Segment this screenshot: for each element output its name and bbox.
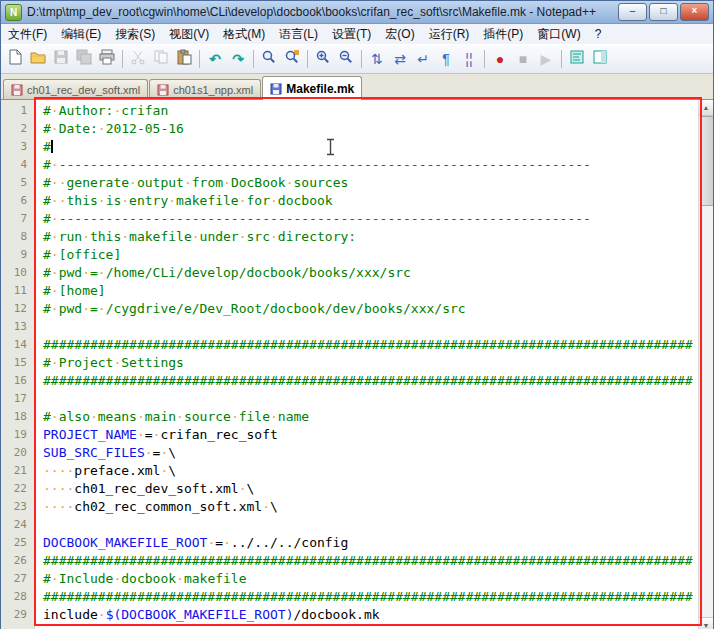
maximize-button[interactable]: □ — [649, 3, 678, 21]
line-number[interactable]: 25 — [1, 534, 34, 552]
code-line[interactable]: #·also·means·main·source·file·name — [43, 408, 713, 426]
line-number[interactable]: 7 — [1, 210, 34, 228]
code-line[interactable]: ########################################… — [43, 372, 713, 390]
vertical-scrollbar[interactable]: ▲ ▼ — [698, 100, 713, 629]
doc-map-button[interactable] — [589, 48, 611, 70]
code-line[interactable] — [43, 390, 713, 408]
show-all-chars-button[interactable]: ¶ — [435, 48, 457, 70]
code-line[interactable]: ····ch01_rec_dev_soft.xml·\ — [43, 480, 713, 498]
code-line[interactable]: #·Date:·2012-05-16 — [43, 120, 713, 138]
line-number[interactable]: 6 — [1, 192, 34, 210]
redo-button[interactable]: ↷ — [227, 48, 249, 70]
code-line[interactable]: ########################################… — [43, 552, 713, 570]
menu-item-11[interactable]: ? — [588, 25, 609, 43]
line-number[interactable]: 8 — [1, 228, 34, 246]
line-number[interactable]: 5 — [1, 174, 34, 192]
menu-item-2[interactable]: 搜索(S) — [108, 24, 162, 45]
menu-item-6[interactable]: 设置(T) — [325, 24, 378, 45]
code-line[interactable]: PROJECT_NAME·=·crifan_rec_soft — [43, 426, 713, 444]
code-line[interactable]: # — [43, 138, 713, 156]
scrollbar-thumb[interactable] — [700, 116, 713, 206]
line-number[interactable]: 9 — [1, 246, 34, 264]
zoom-out-button[interactable] — [335, 48, 357, 70]
menu-item-8[interactable]: 运行(R) — [422, 24, 477, 45]
line-number[interactable]: 4 — [1, 156, 34, 174]
scroll-down-icon[interactable]: ▼ — [699, 617, 713, 629]
line-number[interactable]: 2 — [1, 120, 34, 138]
scroll-up-icon[interactable]: ▲ — [699, 100, 713, 116]
undo-button[interactable]: ↶ — [204, 48, 226, 70]
open-folder-button[interactable] — [27, 48, 49, 70]
line-number[interactable]: 22 — [1, 480, 34, 498]
line-number[interactable]: 14 — [1, 336, 34, 354]
minimize-button[interactable]: – — [618, 3, 647, 21]
line-number[interactable]: 10 — [1, 264, 34, 282]
line-number[interactable]: 28 — [1, 588, 34, 606]
line-number[interactable]: 12 — [1, 300, 34, 318]
code-line[interactable]: #··generate·output·from·DocBook·sources — [43, 174, 713, 192]
line-number[interactable]: 29 — [1, 606, 34, 624]
play-macro-button[interactable]: ▶ — [535, 48, 557, 70]
line-number[interactable]: 15 — [1, 354, 34, 372]
code-line[interactable]: #·[home] — [43, 282, 713, 300]
code-line[interactable] — [43, 318, 713, 336]
paste-button[interactable] — [173, 48, 195, 70]
code-line[interactable]: DOCBOOK_MAKEFILE_ROOT·=·../../../config — [43, 534, 713, 552]
editor[interactable]: 1234567891011121314151617181920212223242… — [1, 100, 713, 629]
line-number[interactable]: 26 — [1, 552, 34, 570]
record-macro-button[interactable]: ● — [489, 48, 511, 70]
code-line[interactable] — [43, 516, 713, 534]
save-all-button[interactable] — [73, 48, 95, 70]
code-line[interactable]: ····ch02_rec_common_soft.xml·\ — [43, 498, 713, 516]
menu-item-4[interactable]: 格式(M) — [216, 24, 272, 45]
sync-horizontal-button[interactable]: ⇄ — [389, 48, 411, 70]
line-number[interactable]: 17 — [1, 390, 34, 408]
code-line[interactable]: #·--------------------------------------… — [43, 156, 713, 174]
line-number[interactable]: 23 — [1, 498, 34, 516]
line-number[interactable]: 11 — [1, 282, 34, 300]
code-line[interactable]: include·$(DOCBOOK_MAKEFILE_ROOT)/docbook… — [43, 606, 713, 624]
code-area[interactable]: #·Author:·crifan#·Date:·2012-05-16##·---… — [35, 100, 713, 629]
copy-button[interactable] — [150, 48, 172, 70]
editor-tab-1[interactable]: ch01s1_npp.xml — [149, 79, 261, 99]
code-line[interactable]: ····preface.xml·\ — [43, 462, 713, 480]
code-line[interactable]: ########################################… — [43, 336, 713, 354]
code-line[interactable]: #·--------------------------------------… — [43, 210, 713, 228]
print-button[interactable] — [96, 48, 118, 70]
code-line[interactable]: SUB_SRC_FILES·=·\ — [43, 444, 713, 462]
line-number[interactable]: 27 — [1, 570, 34, 588]
menu-item-9[interactable]: 插件(P) — [476, 24, 530, 45]
line-number[interactable]: 13 — [1, 318, 34, 336]
code-line[interactable]: #·pwd·=·/home/CLi/develop/docbook/books/… — [43, 264, 713, 282]
code-line[interactable]: #·[office] — [43, 246, 713, 264]
code-line[interactable]: #·Project·Settings — [43, 354, 713, 372]
code-line[interactable]: #·run·this·makefile·under·src·directory: — [43, 228, 713, 246]
menu-item-3[interactable]: 视图(V) — [162, 24, 216, 45]
indent-guide-button[interactable]: ¦¦ — [458, 48, 480, 70]
sync-vertical-button[interactable]: ⇅ — [366, 48, 388, 70]
line-number-gutter[interactable]: 1234567891011121314151617181920212223242… — [1, 100, 35, 629]
line-number[interactable]: 20 — [1, 444, 34, 462]
menu-item-0[interactable]: 文件(F) — [1, 24, 54, 45]
line-number[interactable]: 1 — [1, 102, 34, 120]
line-number[interactable]: 24 — [1, 516, 34, 534]
line-number[interactable]: 18 — [1, 408, 34, 426]
editor-tab-0[interactable]: ch01_rec_dev_soft.xml — [3, 79, 148, 99]
new-file-button[interactable] — [4, 48, 26, 70]
menu-item-10[interactable]: 窗口(W) — [530, 24, 587, 45]
function-list-button[interactable] — [566, 48, 588, 70]
stop-macro-button[interactable]: ■ — [512, 48, 534, 70]
line-number[interactable]: 16 — [1, 372, 34, 390]
line-number[interactable]: 19 — [1, 426, 34, 444]
code-line[interactable]: ########################################… — [43, 588, 713, 606]
menu-item-1[interactable]: 编辑(E) — [54, 24, 108, 45]
cut-button[interactable] — [127, 48, 149, 70]
save-file-button[interactable] — [50, 48, 72, 70]
line-number[interactable]: 3 — [1, 138, 34, 156]
code-line[interactable]: #·Author:·crifan — [43, 102, 713, 120]
editor-tab-2[interactable]: Makefile.mk — [262, 76, 362, 100]
code-line[interactable]: #··this·is·entry·makefile·for·docbook — [43, 192, 713, 210]
replace-button[interactable] — [281, 48, 303, 70]
word-wrap-button[interactable]: ↵ — [412, 48, 434, 70]
line-number[interactable]: 21 — [1, 462, 34, 480]
